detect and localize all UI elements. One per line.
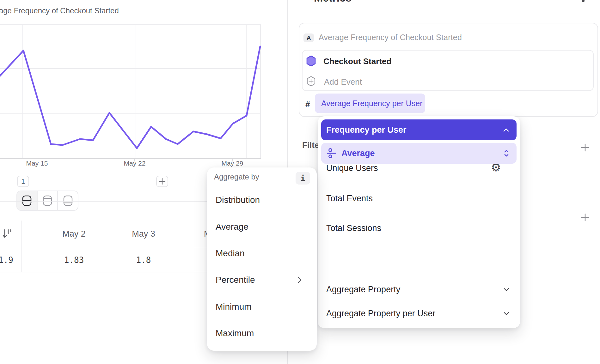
menu-item-average[interactable]: Average xyxy=(216,221,248,233)
measuring-menu: Measuring Advanced Unique Users ⚙ Total … xyxy=(318,116,520,328)
table-cell-frozen: 1.9 xyxy=(0,255,13,265)
split-top-icon xyxy=(42,195,53,206)
menu-item-aggregate-property[interactable]: Aggregate Property xyxy=(326,284,400,295)
menu-item-unique-users[interactable]: Unique Users xyxy=(326,163,378,173)
aggregate-by-menu: Aggregate by i Distribution Average Medi… xyxy=(207,167,317,351)
chevron-up-down-icon xyxy=(504,149,509,157)
menu-item-aggregate-property-per-user[interactable]: Aggregate Property per User xyxy=(326,308,435,319)
granularity-input[interactable]: 1 xyxy=(17,176,29,187)
metric-title[interactable]: Average Frequency of Checkout Started xyxy=(319,33,462,42)
menu-item-percentile[interactable]: Percentile xyxy=(216,274,255,286)
menu-item-average[interactable]: Average xyxy=(321,143,517,164)
table-cell: 1.8 xyxy=(112,255,175,265)
chevron-down-icon xyxy=(504,312,509,315)
event-name[interactable]: Checkout Started xyxy=(323,57,391,66)
layout-split-bottom-button[interactable] xyxy=(58,191,78,210)
layout-split-top-button[interactable] xyxy=(38,191,58,210)
average-divide-icon xyxy=(326,148,337,159)
split-middle-icon xyxy=(21,195,33,206)
metric-badge: A xyxy=(303,33,314,42)
menu-item-distribution[interactable]: Distribution xyxy=(216,194,260,206)
menu-item-minimum[interactable]: Minimum xyxy=(216,301,252,312)
menu-item-maximum[interactable]: Maximum xyxy=(216,328,254,339)
menu-item-label: Average xyxy=(341,149,375,158)
sort-descending-icon xyxy=(2,228,13,240)
sort-button[interactable] xyxy=(2,228,13,241)
add-metric-icon[interactable] xyxy=(582,0,585,2)
chart-title: Average Frequency of Checkout Started xyxy=(0,6,119,15)
menu-item-label: Frequency per User xyxy=(326,125,407,135)
table-cell: 1.83 xyxy=(42,255,106,265)
chevron-down-icon xyxy=(504,288,509,291)
event-hexagon-icon xyxy=(306,55,316,67)
info-icon[interactable]: i xyxy=(296,172,310,185)
add-breakdown-button[interactable] xyxy=(579,212,591,223)
x-tick-label: May 22 xyxy=(124,160,146,167)
chevron-up-icon xyxy=(503,128,509,132)
aggregate-by-header: Aggregate by xyxy=(214,173,259,181)
insights-editor: Average Frequency of Checkout Started Ma… xyxy=(0,0,600,364)
chevron-right-icon xyxy=(297,276,302,284)
menu-item-total-events[interactable]: Total Events xyxy=(326,193,373,204)
plus-icon xyxy=(159,178,166,185)
menu-item-total-sessions[interactable]: Total Sessions xyxy=(326,223,381,234)
layout-toggle-group xyxy=(16,191,78,211)
line-chart xyxy=(0,24,261,163)
table-header-may3[interactable]: May 3 xyxy=(112,229,175,239)
x-tick-label: May 29 xyxy=(222,160,243,167)
table-header-may2[interactable]: May 2 xyxy=(42,229,106,239)
add-event-icon[interactable] xyxy=(306,76,316,87)
layout-split-middle-button[interactable] xyxy=(17,191,38,210)
metrics-heading: Metrics xyxy=(314,0,352,4)
split-bottom-icon xyxy=(62,195,74,206)
menu-item-frequency-per-user[interactable]: Frequency per User xyxy=(321,119,517,140)
table-frozen-column-divider xyxy=(21,221,22,272)
add-granularity-button[interactable] xyxy=(156,176,168,187)
measurement-dropdown-label: Average Frequency per User xyxy=(321,99,423,108)
x-tick-label: May 15 xyxy=(26,160,48,167)
plus-icon xyxy=(581,143,590,152)
menu-item-median[interactable]: Median xyxy=(216,248,245,259)
formula-symbol: # xyxy=(305,100,310,109)
plus-icon xyxy=(581,213,590,222)
add-filter-button[interactable] xyxy=(579,142,591,153)
add-event-label[interactable]: Add Event xyxy=(324,77,362,87)
measurement-dropdown[interactable]: Average Frequency per User xyxy=(315,94,425,113)
